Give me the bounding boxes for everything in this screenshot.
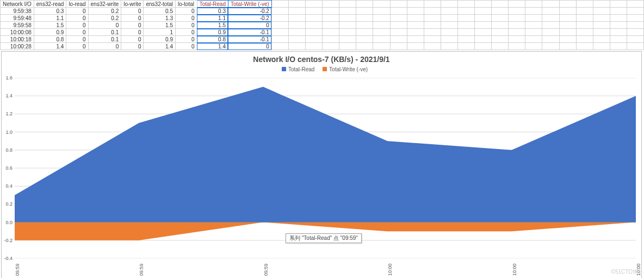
empty-cell[interactable]: [559, 15, 576, 22]
empty-cell[interactable]: [390, 22, 407, 29]
empty-cell[interactable]: [627, 15, 643, 22]
empty-cell[interactable]: [306, 29, 323, 36]
empty-cell[interactable]: [356, 8, 373, 15]
empty-cell[interactable]: [593, 29, 610, 36]
empty-cell[interactable]: [457, 15, 474, 22]
empty-cell[interactable]: [323, 1, 339, 8]
empty-cell[interactable]: [593, 1, 610, 8]
empty-cell[interactable]: [356, 22, 373, 29]
empty-cell[interactable]: [576, 8, 593, 15]
empty-cell[interactable]: [525, 1, 542, 8]
empty-cell[interactable]: [457, 29, 474, 36]
empty-cell[interactable]: [576, 43, 593, 50]
empty-cell[interactable]: [593, 43, 610, 50]
empty-cell[interactable]: [373, 22, 390, 29]
data-cell[interactable]: 0: [66, 8, 88, 15]
data-cell[interactable]: 0: [88, 43, 121, 50]
empty-cell[interactable]: [356, 1, 373, 8]
empty-cell[interactable]: [610, 15, 627, 22]
empty-cell[interactable]: [542, 36, 559, 43]
empty-cell[interactable]: [542, 29, 559, 36]
empty-cell[interactable]: [339, 36, 356, 43]
empty-cell[interactable]: [627, 22, 643, 29]
empty-cell[interactable]: [492, 8, 509, 15]
empty-cell[interactable]: [289, 8, 306, 15]
data-cell[interactable]: 0.5: [144, 8, 175, 15]
empty-cell[interactable]: [390, 29, 407, 36]
empty-cell[interactable]: [457, 43, 474, 50]
empty-cell[interactable]: [627, 36, 643, 43]
empty-cell[interactable]: [339, 8, 356, 15]
empty-cell[interactable]: [373, 8, 390, 15]
column-header[interactable]: ens32-total: [144, 1, 175, 8]
data-cell[interactable]: 1.3: [144, 15, 175, 22]
empty-cell[interactable]: [542, 1, 559, 8]
empty-cell[interactable]: [323, 29, 339, 36]
data-cell[interactable]: 0: [175, 43, 197, 50]
empty-cell[interactable]: [306, 36, 323, 43]
empty-cell[interactable]: [593, 8, 610, 15]
empty-cell[interactable]: [559, 1, 576, 8]
data-cell[interactable]: 0: [121, 43, 144, 50]
data-table[interactable]: Network I/Oens32-readlo-readens32-writel…: [0, 0, 644, 50]
empty-cell[interactable]: [492, 22, 509, 29]
data-cell[interactable]: 0.1: [88, 36, 121, 43]
column-header[interactable]: Network I/O: [1, 1, 34, 8]
empty-cell[interactable]: [373, 36, 390, 43]
data-cell[interactable]: 0: [175, 36, 197, 43]
empty-cell[interactable]: [576, 36, 593, 43]
column-header[interactable]: ens32-write: [88, 1, 121, 8]
data-cell[interactable]: 0: [121, 22, 144, 29]
empty-cell[interactable]: [559, 43, 576, 50]
empty-cell[interactable]: [509, 15, 525, 22]
empty-cell[interactable]: [271, 29, 288, 36]
empty-cell[interactable]: [306, 43, 323, 50]
data-cell[interactable]: 0: [228, 43, 271, 50]
empty-cell[interactable]: [475, 29, 492, 36]
data-cell[interactable]: 0: [228, 22, 271, 29]
data-cell[interactable]: 0: [175, 15, 197, 22]
empty-cell[interactable]: [441, 43, 457, 50]
time-cell[interactable]: 10:00:18: [1, 36, 34, 43]
data-cell[interactable]: 0.9: [144, 36, 175, 43]
time-cell[interactable]: 9:59:38: [1, 8, 34, 15]
data-cell[interactable]: 0: [175, 22, 197, 29]
data-cell[interactable]: 0: [66, 22, 88, 29]
empty-cell[interactable]: [424, 29, 441, 36]
empty-cell[interactable]: [610, 22, 627, 29]
empty-cell[interactable]: [323, 8, 339, 15]
data-cell[interactable]: 1.4: [34, 43, 66, 50]
empty-cell[interactable]: [339, 1, 356, 8]
empty-cell[interactable]: [593, 36, 610, 43]
empty-cell[interactable]: [441, 22, 457, 29]
empty-cell[interactable]: [323, 22, 339, 29]
empty-cell[interactable]: [457, 22, 474, 29]
empty-cell[interactable]: [407, 1, 424, 8]
data-cell[interactable]: 1.1: [197, 15, 228, 22]
data-cell[interactable]: 0: [88, 22, 121, 29]
empty-cell[interactable]: [271, 8, 288, 15]
chart-container[interactable]: Network I/O centos-7 (KB/s) - 2021/9/1 T…: [1, 51, 642, 278]
data-cell[interactable]: -0.2: [228, 8, 271, 15]
data-cell[interactable]: 1.1: [34, 15, 66, 22]
data-cell[interactable]: 1.4: [144, 43, 175, 50]
data-cell[interactable]: 0: [121, 15, 144, 22]
data-cell[interactable]: 0.3: [197, 8, 228, 15]
time-cell[interactable]: 10:00:08: [1, 29, 34, 36]
empty-cell[interactable]: [475, 15, 492, 22]
data-cell[interactable]: 0: [175, 29, 197, 36]
data-cell[interactable]: -0.1: [228, 36, 271, 43]
empty-cell[interactable]: [627, 29, 643, 36]
empty-cell[interactable]: [509, 43, 525, 50]
empty-cell[interactable]: [271, 36, 288, 43]
empty-cell[interactable]: [559, 8, 576, 15]
empty-cell[interactable]: [424, 8, 441, 15]
column-header[interactable]: lo-total: [175, 1, 197, 8]
empty-cell[interactable]: [509, 8, 525, 15]
data-cell[interactable]: 1.5: [197, 22, 228, 29]
empty-cell[interactable]: [610, 43, 627, 50]
empty-cell[interactable]: [509, 36, 525, 43]
column-header[interactable]: lo-write: [121, 1, 144, 8]
empty-cell[interactable]: [271, 22, 288, 29]
empty-cell[interactable]: [339, 22, 356, 29]
